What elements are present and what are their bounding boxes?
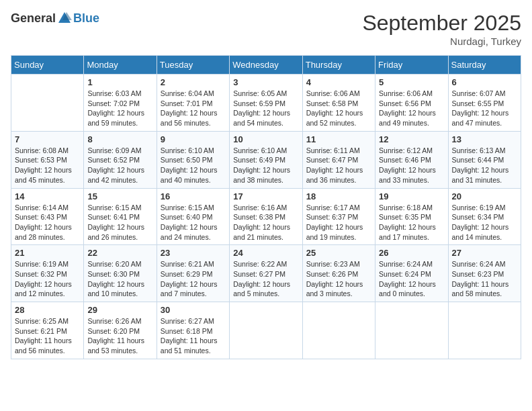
day-number: 20 — [452, 191, 517, 201]
calendar-day-cell: 3Sunrise: 6:05 AM Sunset: 6:59 PM Daylig… — [230, 75, 302, 132]
day-number: 1 — [87, 77, 152, 87]
calendar-day-cell: 21Sunrise: 6:19 AM Sunset: 6:32 PM Dayli… — [11, 245, 84, 302]
logo-icon — [57, 11, 72, 26]
day-info: Sunrise: 6:06 AM Sunset: 6:56 PM Dayligh… — [379, 89, 444, 128]
day-info: Sunrise: 6:13 AM Sunset: 6:44 PM Dayligh… — [452, 146, 517, 185]
day-info: Sunrise: 6:11 AM Sunset: 6:47 PM Dayligh… — [306, 146, 371, 185]
calendar-day-cell: 15Sunrise: 6:15 AM Sunset: 6:41 PM Dayli… — [84, 188, 157, 245]
calendar-week-row: 21Sunrise: 6:19 AM Sunset: 6:32 PM Dayli… — [11, 245, 521, 302]
calendar-day-header: Friday — [375, 56, 448, 75]
calendar-day-cell: 22Sunrise: 6:20 AM Sunset: 6:30 PM Dayli… — [84, 245, 157, 302]
calendar-day-cell: 1Sunrise: 6:03 AM Sunset: 7:02 PM Daylig… — [84, 75, 157, 132]
day-number: 19 — [379, 191, 444, 201]
calendar-day-cell: 2Sunrise: 6:04 AM Sunset: 7:01 PM Daylig… — [157, 75, 229, 132]
day-info: Sunrise: 6:06 AM Sunset: 6:58 PM Dayligh… — [306, 89, 371, 128]
day-info: Sunrise: 6:15 AM Sunset: 6:40 PM Dayligh… — [161, 203, 226, 242]
day-info: Sunrise: 6:10 AM Sunset: 6:50 PM Dayligh… — [161, 146, 226, 185]
calendar-table: SundayMondayTuesdayWednesdayThursdayFrid… — [11, 55, 521, 359]
logo: General Blue — [11, 11, 99, 26]
day-info: Sunrise: 6:12 AM Sunset: 6:46 PM Dayligh… — [379, 146, 444, 185]
day-info: Sunrise: 6:03 AM Sunset: 7:02 PM Dayligh… — [87, 89, 152, 128]
calendar-day-cell: 13Sunrise: 6:13 AM Sunset: 6:44 PM Dayli… — [448, 131, 521, 188]
day-info: Sunrise: 6:25 AM Sunset: 6:21 PM Dayligh… — [15, 316, 80, 356]
day-number: 13 — [452, 134, 517, 144]
day-number: 22 — [87, 248, 152, 258]
calendar-day-cell: 30Sunrise: 6:27 AM Sunset: 6:18 PM Dayli… — [157, 302, 229, 359]
day-number: 2 — [161, 77, 226, 87]
day-info: Sunrise: 6:18 AM Sunset: 6:35 PM Dayligh… — [379, 203, 444, 242]
month-title: September 2025 — [362, 11, 521, 36]
calendar-week-row: 7Sunrise: 6:08 AM Sunset: 6:53 PM Daylig… — [11, 131, 521, 188]
logo-general: General — [11, 11, 56, 26]
calendar-day-cell: 18Sunrise: 6:17 AM Sunset: 6:37 PM Dayli… — [302, 188, 375, 245]
calendar-header-row: SundayMondayTuesdayWednesdayThursdayFrid… — [11, 56, 521, 75]
calendar-day-cell: 17Sunrise: 6:16 AM Sunset: 6:38 PM Dayli… — [230, 188, 302, 245]
day-number: 30 — [161, 305, 226, 315]
day-number: 26 — [379, 248, 444, 258]
calendar-day-cell — [448, 302, 521, 359]
day-info: Sunrise: 6:14 AM Sunset: 6:43 PM Dayligh… — [15, 203, 80, 242]
calendar-day-cell: 19Sunrise: 6:18 AM Sunset: 6:35 PM Dayli… — [375, 188, 448, 245]
day-info: Sunrise: 6:24 AM Sunset: 6:23 PM Dayligh… — [452, 259, 517, 299]
calendar-day-cell: 23Sunrise: 6:21 AM Sunset: 6:29 PM Dayli… — [157, 245, 229, 302]
day-number: 14 — [15, 191, 80, 201]
day-number: 27 — [452, 248, 517, 258]
calendar-day-header: Tuesday — [157, 56, 229, 75]
calendar-day-cell: 26Sunrise: 6:24 AM Sunset: 6:24 PM Dayli… — [375, 245, 448, 302]
day-number: 15 — [87, 191, 152, 201]
day-number: 4 — [306, 77, 371, 87]
calendar-day-cell: 28Sunrise: 6:25 AM Sunset: 6:21 PM Dayli… — [11, 302, 84, 359]
calendar-week-row: 14Sunrise: 6:14 AM Sunset: 6:43 PM Dayli… — [11, 188, 521, 245]
day-number: 8 — [87, 134, 152, 144]
day-info: Sunrise: 6:26 AM Sunset: 6:20 PM Dayligh… — [87, 316, 152, 356]
calendar-day-cell: 5Sunrise: 6:06 AM Sunset: 6:56 PM Daylig… — [375, 75, 448, 132]
calendar-week-row: 28Sunrise: 6:25 AM Sunset: 6:21 PM Dayli… — [11, 302, 521, 359]
calendar-day-cell: 24Sunrise: 6:22 AM Sunset: 6:27 PM Dayli… — [230, 245, 302, 302]
calendar-day-cell: 27Sunrise: 6:24 AM Sunset: 6:23 PM Dayli… — [448, 245, 521, 302]
day-info: Sunrise: 6:08 AM Sunset: 6:53 PM Dayligh… — [15, 146, 80, 185]
day-number: 7 — [15, 134, 80, 144]
day-number: 24 — [233, 248, 298, 258]
day-number: 9 — [161, 134, 226, 144]
day-info: Sunrise: 6:27 AM Sunset: 6:18 PM Dayligh… — [161, 316, 226, 356]
calendar-day-header: Thursday — [302, 56, 375, 75]
day-number: 3 — [233, 77, 298, 87]
day-info: Sunrise: 6:10 AM Sunset: 6:49 PM Dayligh… — [233, 146, 298, 185]
day-number: 18 — [306, 191, 371, 201]
day-number: 16 — [161, 191, 226, 201]
day-number: 6 — [452, 77, 517, 87]
day-number: 29 — [87, 305, 152, 315]
day-info: Sunrise: 6:16 AM Sunset: 6:38 PM Dayligh… — [233, 203, 298, 242]
calendar-day-cell: 29Sunrise: 6:26 AM Sunset: 6:20 PM Dayli… — [84, 302, 157, 359]
day-info: Sunrise: 6:20 AM Sunset: 6:30 PM Dayligh… — [87, 259, 152, 299]
calendar-day-cell: 7Sunrise: 6:08 AM Sunset: 6:53 PM Daylig… — [11, 131, 84, 188]
day-number: 10 — [233, 134, 298, 144]
day-info: Sunrise: 6:09 AM Sunset: 6:52 PM Dayligh… — [87, 146, 152, 185]
location: Nurdagi, Turkey — [362, 36, 521, 47]
calendar-day-cell — [230, 302, 302, 359]
calendar-week-row: 1Sunrise: 6:03 AM Sunset: 7:02 PM Daylig… — [11, 75, 521, 132]
calendar-day-header: Sunday — [11, 56, 84, 75]
calendar-day-cell — [11, 75, 84, 132]
calendar-day-header: Wednesday — [230, 56, 302, 75]
day-number: 12 — [379, 134, 444, 144]
calendar-day-header: Saturday — [448, 56, 521, 75]
calendar-day-cell — [375, 302, 448, 359]
calendar-day-cell: 11Sunrise: 6:11 AM Sunset: 6:47 PM Dayli… — [302, 131, 375, 188]
day-info: Sunrise: 6:23 AM Sunset: 6:26 PM Dayligh… — [306, 259, 371, 299]
day-info: Sunrise: 6:15 AM Sunset: 6:41 PM Dayligh… — [87, 203, 152, 242]
calendar-day-cell — [302, 302, 375, 359]
day-info: Sunrise: 6:05 AM Sunset: 6:59 PM Dayligh… — [233, 89, 298, 128]
calendar-day-cell: 25Sunrise: 6:23 AM Sunset: 6:26 PM Dayli… — [302, 245, 375, 302]
day-number: 17 — [233, 191, 298, 201]
calendar-day-cell: 9Sunrise: 6:10 AM Sunset: 6:50 PM Daylig… — [157, 131, 229, 188]
day-info: Sunrise: 6:07 AM Sunset: 6:55 PM Dayligh… — [452, 89, 517, 128]
day-info: Sunrise: 6:19 AM Sunset: 6:32 PM Dayligh… — [15, 259, 80, 299]
calendar-day-cell: 20Sunrise: 6:19 AM Sunset: 6:34 PM Dayli… — [448, 188, 521, 245]
calendar-day-cell: 10Sunrise: 6:10 AM Sunset: 6:49 PM Dayli… — [230, 131, 302, 188]
day-number: 28 — [15, 305, 80, 315]
calendar-day-header: Monday — [84, 56, 157, 75]
day-number: 25 — [306, 248, 371, 258]
day-info: Sunrise: 6:24 AM Sunset: 6:24 PM Dayligh… — [379, 259, 444, 299]
calendar-day-cell: 16Sunrise: 6:15 AM Sunset: 6:40 PM Dayli… — [157, 188, 229, 245]
